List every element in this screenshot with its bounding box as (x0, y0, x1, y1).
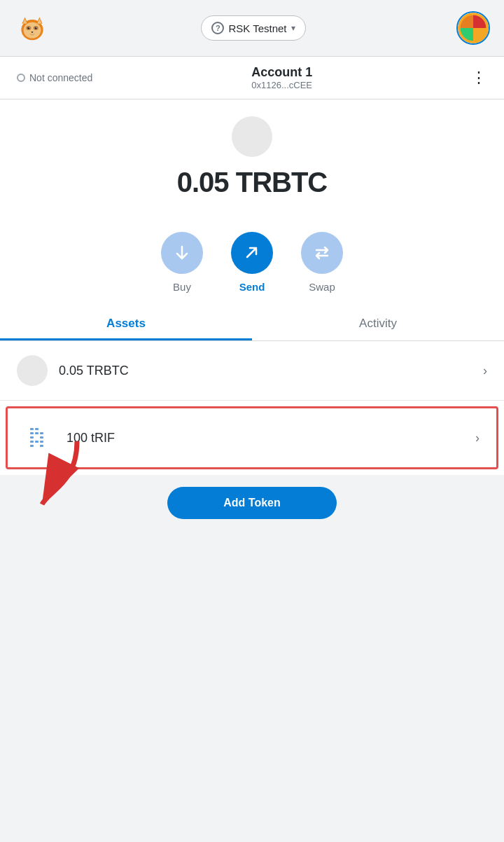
send-label: Send (239, 281, 265, 293)
account-name: Account 1 (251, 65, 312, 80)
balance-amount: 0.05 TRBTC (177, 167, 328, 198)
account-address: 0x1126...cCEE (251, 80, 312, 90)
app-header: ? RSK Testnet ▾ (0, 0, 504, 57)
send-button[interactable] (231, 232, 273, 274)
more-options-button[interactable]: ⋮ (471, 70, 487, 85)
asset-item-trbtc[interactable]: 0.05 TRBTC › (0, 341, 504, 401)
svg-point-12 (36, 27, 36, 28)
send-action: Send (231, 232, 273, 293)
tab-activity[interactable]: Activity (252, 307, 504, 340)
svg-point-11 (29, 27, 29, 28)
buy-label: Buy (173, 281, 191, 293)
trbtc-amount: 0.05 TRBTC (59, 364, 129, 378)
svg-rect-17 (35, 428, 38, 430)
network-help-icon: ? (211, 22, 224, 34)
red-arrow-annotation (21, 434, 84, 514)
swap-label: Swap (309, 281, 335, 293)
trif-chevron-icon: › (475, 431, 479, 446)
svg-point-6 (24, 22, 41, 39)
metamask-logo[interactable] (14, 10, 50, 46)
tabs-container: Assets Activity (0, 307, 504, 341)
asset-left-trbtc: 0.05 TRBTC (17, 355, 129, 386)
account-bar: Not connected Account 1 0x1126...cCEE ⋮ (0, 57, 504, 99)
svg-point-10 (35, 27, 37, 29)
tab-assets[interactable]: Assets (0, 307, 252, 340)
network-name: RSK Testnet (228, 22, 286, 34)
trbtc-icon (17, 355, 48, 386)
connection-status-label: Not connected (29, 72, 92, 83)
buy-button[interactable] (161, 232, 203, 274)
network-selector[interactable]: ? RSK Testnet ▾ (201, 15, 305, 41)
account-info: Account 1 0x1126...cCEE (251, 65, 312, 90)
main-content: 0.05 TRBTC Buy Send (0, 99, 504, 475)
add-token-button[interactable]: Add Token (167, 487, 336, 519)
action-buttons: Buy Send Swap (161, 232, 343, 293)
swap-button[interactable] (301, 232, 343, 274)
chevron-down-icon: ▾ (291, 23, 295, 33)
trbtc-chevron-icon: › (483, 364, 487, 378)
connection-status: Not connected (17, 72, 92, 83)
connection-dot (17, 74, 25, 82)
svg-rect-16 (30, 428, 34, 430)
account-icon (232, 116, 272, 157)
account-avatar[interactable] (456, 11, 490, 45)
tab-active-underline (0, 338, 252, 340)
buy-action: Buy (161, 232, 203, 293)
svg-point-9 (27, 27, 29, 29)
balance-section: 0.05 TRBTC (0, 99, 504, 212)
swap-action: Swap (301, 232, 343, 293)
